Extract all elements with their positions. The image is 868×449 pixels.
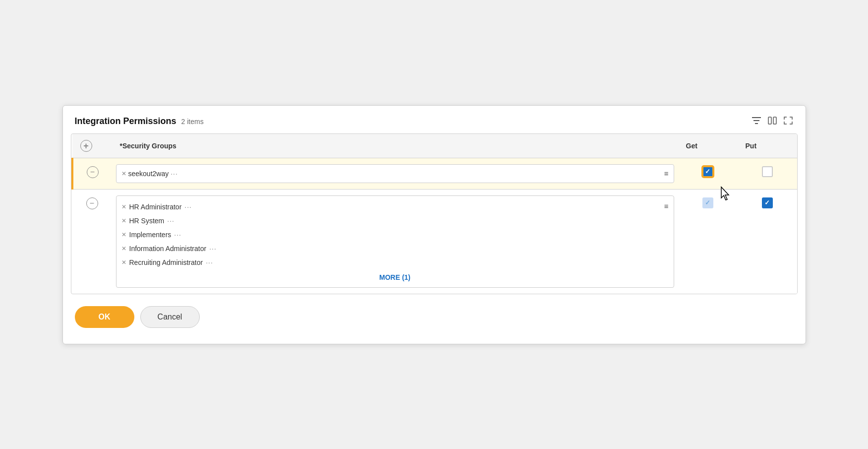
tag-dots: ··· [184,203,192,211]
row2-list-icon[interactable]: ≡ [664,202,669,210]
row2-tag-header: ✕ HR Administrator ··· ✕ HR System ··· [121,200,669,269]
tag-dots: ··· [167,217,174,225]
row1-security-input[interactable]: ✕ seekout2way ··· ≡ [116,164,674,183]
row1-tag-remove[interactable]: ✕ [121,170,126,177]
dialog-count: 2 items [181,118,204,126]
row1-put-cell [738,158,797,189]
dialog-header: Integration Permissions 2 items [63,106,806,133]
tag-dots: ··· [206,258,213,266]
row1-remove-cell: − [72,158,112,189]
row1-tag: ✕ seekout2way ··· [121,170,178,178]
add-row-button[interactable]: + [80,140,92,152]
row1-tag-dots: ··· [171,170,178,178]
svg-rect-4 [773,117,776,124]
dialog-actions [751,116,794,128]
list-item: ✕ HR Administrator ··· [121,200,660,214]
tag-dots: ··· [174,231,181,239]
tag-name: Implementers [129,231,172,239]
row1-get-checkmark: ✓ [705,168,710,175]
row1-tag-name: seekout2way [128,170,169,178]
row2-put-checkbox[interactable]: ✓ [762,197,773,208]
list-item: ✕ Information Administrator ··· [121,242,660,256]
page-wrapper: Integration Permissions 2 items [0,0,868,449]
footer: OK Cancel [63,294,806,328]
row1-get-checkbox-area: ✓ [702,166,713,177]
table-row: − ✕ seekout2way ··· ≡ [72,158,797,189]
filter-icon[interactable] [751,116,762,128]
ok-button[interactable]: OK [75,306,134,328]
table-row: − ✕ HR Administrator ··· [72,189,797,294]
title-group: Integration Permissions 2 items [75,116,204,127]
svg-rect-3 [768,117,771,124]
tag-name: HR System [129,217,165,225]
tag-dots: ··· [209,245,217,253]
tag-remove[interactable]: ✕ [121,217,126,224]
row2-get-checkbox[interactable]: ✓ [702,197,713,208]
row1-put-checkbox[interactable] [762,166,773,177]
tag-remove[interactable]: ✕ [121,231,126,238]
row1-security-cell: ✕ seekout2way ··· ≡ [112,158,678,189]
col-header-security: *Security Groups [112,134,678,158]
tag-remove[interactable]: ✕ [121,203,126,210]
list-item: ✕ HR System ··· [121,214,660,228]
row2-put-cell: ✓ [738,189,797,294]
tag-name: Information Administrator [129,245,207,253]
permissions-table: + *Security Groups Get Put [71,134,797,294]
row2-remove-cell: − [72,189,112,294]
tag-name: HR Administrator [129,203,182,211]
tag-remove[interactable]: ✕ [121,259,126,266]
remove-row1-button[interactable]: − [87,166,99,178]
row2-tags-list: ✕ HR Administrator ··· ✕ HR System ··· [121,200,660,269]
row2-get-cell: ✓ [678,189,738,294]
row2-put-checkmark: ✓ [764,199,770,206]
col-header-put: Put [738,134,797,158]
tag-name: Recruiting Administrator [129,258,203,266]
col-header-get: Get [678,134,738,158]
expand-icon[interactable] [783,116,794,128]
row1-get-checkbox[interactable]: ✓ [702,166,713,177]
more-link[interactable]: MORE (1) [121,269,669,283]
row2-security-cell: ✕ HR Administrator ··· ✕ HR System ··· [112,189,678,294]
tag-remove[interactable]: ✕ [121,245,126,252]
remove-row2-button[interactable]: − [86,197,98,209]
row2-security-box[interactable]: ✕ HR Administrator ··· ✕ HR System ··· [116,195,674,288]
table-header-row: + *Security Groups Get Put [72,134,797,158]
list-item: ✕ Recruiting Administrator ··· [121,256,660,269]
columns-icon[interactable] [767,116,778,128]
dialog: Integration Permissions 2 items [62,105,806,344]
row1-get-cell: ✓ [678,158,738,189]
dialog-title: Integration Permissions [75,116,176,127]
row2-get-checkmark: ✓ [705,199,710,206]
table-container: + *Security Groups Get Put [71,133,798,294]
col-header-add: + [72,134,112,158]
cancel-button[interactable]: Cancel [140,306,200,328]
row1-list-icon[interactable]: ≡ [664,169,669,178]
list-item: ✕ Implementers ··· [121,228,660,242]
